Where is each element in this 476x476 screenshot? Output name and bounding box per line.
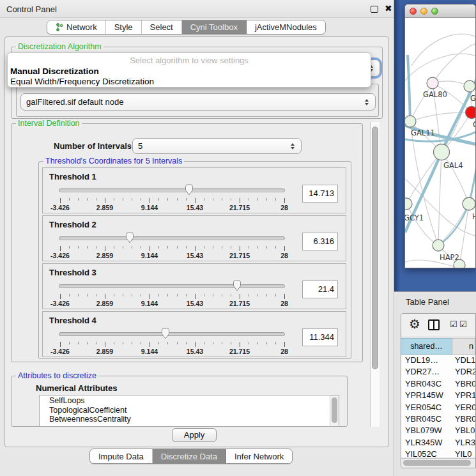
list-item[interactable]: BetweennessCentrality — [40, 414, 339, 424]
slider-tick-labels: -3.426 2.859 9.144 15.43 21.715 28 — [60, 300, 285, 307]
list-scrollbar[interactable] — [330, 395, 339, 426]
cyni-toolbox-content: Discretization Algorithm Table Data galF… — [4, 36, 389, 447]
discretization-algorithm-title: Discretization Algorithm — [16, 42, 104, 51]
column-header-name[interactable]: n — [452, 338, 475, 355]
top-tab-bar: Network Style Select Cyni Toolbox jActiv… — [47, 20, 326, 35]
table-row[interactable]: YDR27…YDR2 — [401, 366, 475, 378]
slider-handle[interactable] — [184, 184, 194, 196]
table-row[interactable]: YPR145WYPR1 — [401, 390, 475, 401]
threshold-4-value-field[interactable]: 11.344 — [302, 328, 338, 346]
tab-cyni-toolbox-label: Cyni Toolbox — [190, 22, 238, 32]
scrollbar-thumb[interactable] — [372, 127, 378, 369]
node-hap2[interactable] — [433, 240, 444, 251]
tab-impute-data-label: Impute Data — [98, 452, 144, 461]
table-row[interactable]: YDL19…YDL1 — [401, 355, 475, 366]
slider-handle[interactable] — [125, 232, 135, 244]
dropdown-item-manual-discretization[interactable]: Manual Discretization — [10, 66, 99, 76]
node-gcy1[interactable] — [405, 198, 412, 210]
slider-track[interactable] — [59, 284, 285, 288]
table-row[interactable]: YLR345WYLR3 — [401, 437, 475, 449]
node-table-widget: ⚙ ☑ ☑ shared… n YDL19…YDL1 YDR27…YDR2 YB… — [401, 313, 476, 468]
tab-impute-data[interactable]: Impute Data — [90, 449, 153, 463]
node-label: C — [473, 120, 476, 129]
column-header-shared-name[interactable]: shared… — [401, 338, 452, 355]
table-row[interactable]: YBL079WYBL0 — [401, 425, 475, 436]
table-row[interactable]: YER054CYER0 — [401, 402, 475, 413]
list-item[interactable]: TopologicalCoefficient — [40, 405, 339, 415]
node-label: GAL11 — [411, 128, 435, 137]
bottom-tab-bar: Impute Data Discretize Data Infer Networ… — [89, 449, 293, 464]
node-partial-top[interactable] — [464, 81, 475, 92]
threshold-3-slider[interactable] — [60, 279, 284, 293]
node-label: H — [472, 212, 476, 221]
tab-network[interactable]: Network — [47, 20, 106, 34]
table-panel: Table Panel ⚙ ☑ ☑ shared… n YDL19…YDL1 Y… — [394, 291, 476, 476]
network-view-window: GAL80 GA C GAL11 GAL4 GCY1 H HAP2 — [404, 4, 476, 268]
threshold-1-slider[interactable] — [60, 183, 284, 197]
threshold-1-value-field[interactable]: 14.713 — [302, 185, 338, 203]
number-of-intervals-label: Number of Intervals — [54, 141, 132, 151]
interval-definition-group: Interval Definition Number of Intervals … — [11, 123, 363, 362]
scrollbar-thumb[interactable] — [332, 397, 337, 423]
tab-infer-network[interactable]: Infer Network — [226, 449, 292, 463]
threshold-1-label: Threshold 1 — [49, 172, 96, 181]
thresholds-group: Threshold's Coordinates for 5 Intervals … — [38, 161, 351, 359]
node-label: GAL80 — [423, 90, 447, 99]
table-toolbar: ⚙ ☑ ☑ — [401, 314, 475, 337]
node-partial-right[interactable] — [463, 197, 475, 210]
slider-track[interactable] — [59, 332, 285, 336]
split-view-icon[interactable] — [428, 319, 440, 330]
node-gal80[interactable] — [427, 77, 438, 89]
tab-jactivemnodules[interactable]: jActiveMNodules — [247, 20, 325, 34]
node-selected-red[interactable] — [466, 107, 476, 119]
dropdown-item-equal-width-frequency[interactable]: Equal Width/Frequency Discretization — [10, 77, 154, 86]
threshold-4-slider[interactable] — [60, 327, 284, 341]
tab-cyni-toolbox[interactable]: Cyni Toolbox — [182, 20, 247, 34]
settings-scrollbar[interactable] — [370, 122, 380, 427]
slider-handle[interactable] — [232, 280, 242, 292]
threshold-1-panel: Threshold 1 -3.426 2.859 9.144 — [42, 167, 346, 213]
network-graph: GAL80 GA C GAL11 GAL4 GCY1 H HAP2 — [405, 18, 476, 268]
control-panel-window: Control Panel ✖ Network Style Select Cyn… — [0, 0, 394, 476]
slider-track[interactable] — [59, 236, 285, 240]
number-of-intervals-value: 5 — [138, 141, 142, 151]
mac-zoom-icon[interactable] — [431, 8, 438, 15]
table-data-group: Table Data galFiltered.sif default node — [16, 84, 379, 117]
combo-arrows-icon — [365, 99, 369, 105]
table-data-combobox[interactable]: galFiltered.sif default node — [20, 93, 376, 111]
table-horizontal-scrollbar[interactable] — [401, 458, 475, 467]
node-gal4[interactable] — [434, 144, 450, 160]
threshold-3-label: Threshold 3 — [49, 268, 96, 277]
checkbox-icon[interactable]: ☑ — [450, 319, 457, 329]
threshold-4-panel: Threshold 4 -3.426 2.859 9.144 — [42, 311, 346, 357]
list-item[interactable]: SelfLoops — [40, 395, 339, 405]
numerical-attributes-list[interactable]: SelfLoops TopologicalCoefficient Between… — [39, 395, 339, 427]
table-row[interactable]: YIL052CYIL0 — [401, 449, 475, 457]
dropdown-placeholder-item[interactable]: Select algorithm to view settings — [8, 56, 371, 65]
checkbox-icon[interactable]: ☑ — [459, 319, 467, 329]
gear-icon[interactable]: ⚙ — [409, 316, 420, 332]
tab-select[interactable]: Select — [142, 20, 182, 34]
network-canvas[interactable]: GAL80 GA C GAL11 GAL4 GCY1 H HAP2 — [405, 18, 476, 268]
node-gal11[interactable] — [405, 116, 416, 127]
mac-close-icon[interactable] — [410, 8, 417, 15]
tab-discretize-data[interactable]: Discretize Data — [153, 449, 226, 463]
threshold-2-slider[interactable] — [60, 231, 284, 245]
float-window-icon[interactable] — [371, 6, 378, 13]
number-of-intervals-combobox[interactable]: 5 — [132, 138, 302, 154]
table-row[interactable]: YBR045CYBR0 — [401, 413, 475, 425]
apply-button[interactable]: Apply — [172, 428, 217, 442]
slider-track[interactable] — [59, 188, 285, 192]
threshold-3-value-field[interactable]: 21.4 — [302, 280, 338, 298]
slider-handle[interactable] — [160, 328, 171, 340]
threshold-2-value-field[interactable]: 6.316 — [302, 233, 338, 250]
scrollbar-thumb[interactable] — [403, 460, 471, 466]
mac-minimize-icon[interactable] — [420, 8, 427, 15]
tab-select-label: Select — [150, 22, 173, 32]
tab-style[interactable]: Style — [106, 20, 142, 34]
table-body[interactable]: YDL19…YDL1 YDR27…YDR2 YBR043CYBR0 YPR145… — [401, 355, 475, 457]
close-icon[interactable]: ✖ — [385, 3, 392, 13]
table-row[interactable]: YBR043CYBR0 — [401, 378, 475, 390]
node-label: GCY1 — [405, 213, 424, 222]
tab-jactivemnodules-label: jActiveMNodules — [255, 22, 317, 32]
